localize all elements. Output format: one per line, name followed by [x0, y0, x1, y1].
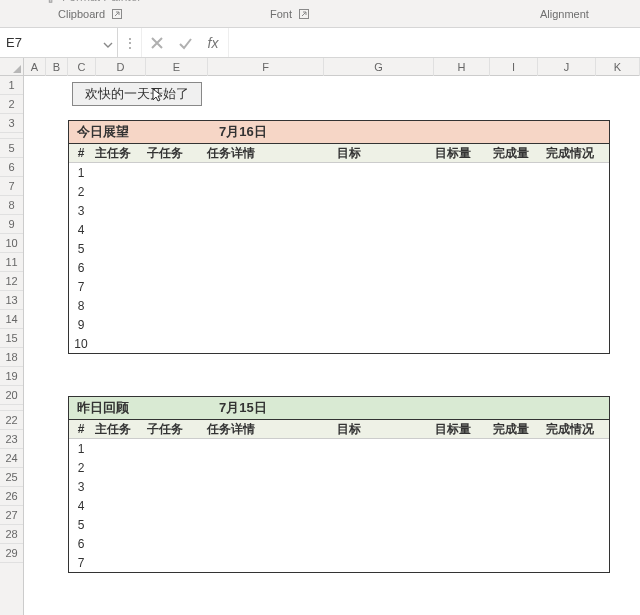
row-number: 1: [69, 442, 93, 456]
table-row[interactable]: 5: [69, 239, 609, 258]
svg-rect-0: [49, 0, 52, 2]
col-header-B[interactable]: B: [46, 58, 68, 76]
table-row[interactable]: 2: [69, 458, 609, 477]
table-row[interactable]: 6: [69, 258, 609, 277]
cells-canvas[interactable]: 欢快的一天开始了 今日展望 7月16日 #主任务子任务任务详情目标目标量完成量完…: [24, 76, 640, 615]
table-row[interactable]: 8: [69, 296, 609, 315]
row-header-1[interactable]: 1: [0, 76, 23, 95]
fx-icon[interactable]: fx: [204, 34, 222, 52]
column-header: 目标: [337, 145, 423, 162]
row-header-28[interactable]: 28: [0, 525, 23, 544]
column-header: 子任务: [147, 145, 207, 162]
table-row[interactable]: 4: [69, 496, 609, 515]
column-header: 主任务: [93, 421, 147, 438]
row-number: 7: [69, 280, 93, 294]
col-header-I[interactable]: I: [490, 58, 538, 76]
col-header-J[interactable]: J: [538, 58, 596, 76]
row-number: 4: [69, 499, 93, 513]
row-header-2[interactable]: 2: [0, 95, 23, 114]
row-header-7[interactable]: 7: [0, 177, 23, 196]
day-start-button[interactable]: 欢快的一天开始了: [72, 82, 202, 106]
col-header-H[interactable]: H: [434, 58, 490, 76]
column-header: #: [69, 146, 93, 160]
table-row[interactable]: 10: [69, 334, 609, 353]
today-title-bar: 今日展望 7月16日: [69, 121, 609, 143]
row-header-18[interactable]: 18: [0, 348, 23, 367]
row-number: 9: [69, 318, 93, 332]
format-painter-ghost: Format Painter: [44, 0, 141, 4]
row-header-23[interactable]: 23: [0, 430, 23, 449]
chevron-down-icon[interactable]: [103, 38, 113, 48]
column-headers: ABCDEFGHIJK: [24, 58, 640, 76]
today-date: 7月16日: [219, 123, 267, 141]
row-header-9[interactable]: 9: [0, 215, 23, 234]
row-number: 5: [69, 518, 93, 532]
col-header-G[interactable]: G: [324, 58, 434, 76]
row-header-19[interactable]: 19: [0, 367, 23, 386]
row-header-27[interactable]: 27: [0, 506, 23, 525]
column-header: 完成量: [483, 421, 539, 438]
row-header-8[interactable]: 8: [0, 196, 23, 215]
table-row[interactable]: 6: [69, 534, 609, 553]
today-section: 今日展望 7月16日 #主任务子任务任务详情目标目标量完成量完成情况 12345…: [68, 120, 610, 354]
col-header-F[interactable]: F: [208, 58, 324, 76]
row-header-24[interactable]: 24: [0, 449, 23, 468]
column-header: 主任务: [93, 145, 147, 162]
name-box[interactable]: E7: [0, 28, 118, 57]
row-header-14[interactable]: 14: [0, 310, 23, 329]
table-row[interactable]: 4: [69, 220, 609, 239]
row-header-11[interactable]: 11: [0, 253, 23, 272]
col-header-E[interactable]: E: [146, 58, 208, 76]
row-header-10[interactable]: 10: [0, 234, 23, 253]
table-row[interactable]: 7: [69, 553, 609, 572]
column-header: 完成情况: [539, 421, 601, 438]
formula-bar-options[interactable]: ⋮: [118, 28, 142, 57]
dialog-launcher-icon[interactable]: [298, 8, 310, 20]
spreadsheet-grid: 1234567891011121314151819202122232425262…: [0, 58, 640, 615]
formula-buttons: fx: [142, 28, 229, 57]
row-header-3[interactable]: 3: [0, 114, 23, 133]
col-header-D[interactable]: D: [96, 58, 146, 76]
column-header: 完成情况: [539, 145, 601, 162]
table-row[interactable]: 9: [69, 315, 609, 334]
ribbon-group-bar: Format Painter Clipboard Font Alignment: [0, 0, 640, 28]
row-headers: 1234567891011121314151819202122232425262…: [0, 58, 24, 615]
col-header-A[interactable]: A: [24, 58, 46, 76]
col-header-C[interactable]: C: [68, 58, 96, 76]
sheet-area[interactable]: ABCDEFGHIJK 欢快的一天开始了 今日展望 7月16日 #主任务子任务任…: [24, 58, 640, 615]
row-number: 7: [69, 556, 93, 570]
table-row[interactable]: 7: [69, 277, 609, 296]
yesterday-rows: 1234567: [69, 439, 609, 572]
col-header-K[interactable]: K: [596, 58, 640, 76]
row-number: 2: [69, 461, 93, 475]
row-header-20[interactable]: 20: [0, 386, 23, 405]
row-header-6[interactable]: 6: [0, 158, 23, 177]
row-header-15[interactable]: 15: [0, 329, 23, 348]
row-header-12[interactable]: 12: [0, 272, 23, 291]
enter-icon[interactable]: [176, 34, 194, 52]
row-header-26[interactable]: 26: [0, 487, 23, 506]
table-row[interactable]: 1: [69, 163, 609, 182]
table-row[interactable]: 3: [69, 201, 609, 220]
table-row[interactable]: 3: [69, 477, 609, 496]
table-row[interactable]: 2: [69, 182, 609, 201]
column-header: 任务详情: [207, 145, 337, 162]
row-header-29[interactable]: 29: [0, 544, 23, 563]
row-header-25[interactable]: 25: [0, 468, 23, 487]
row-header-13[interactable]: 13: [0, 291, 23, 310]
cancel-icon[interactable]: [148, 34, 166, 52]
formula-input[interactable]: [229, 28, 640, 57]
row-number: 3: [69, 480, 93, 494]
dialog-launcher-icon[interactable]: [111, 8, 123, 20]
row-number: 3: [69, 204, 93, 218]
table-row[interactable]: 1: [69, 439, 609, 458]
table-row[interactable]: 5: [69, 515, 609, 534]
column-header: #: [69, 422, 93, 436]
yesterday-date: 7月15日: [219, 399, 267, 417]
row-number: 6: [69, 261, 93, 275]
select-all-button[interactable]: [0, 58, 23, 76]
ribbon-group-clipboard: Clipboard: [58, 8, 123, 20]
row-header-22[interactable]: 22: [0, 411, 23, 430]
row-header-5[interactable]: 5: [0, 139, 23, 158]
row-number: 4: [69, 223, 93, 237]
